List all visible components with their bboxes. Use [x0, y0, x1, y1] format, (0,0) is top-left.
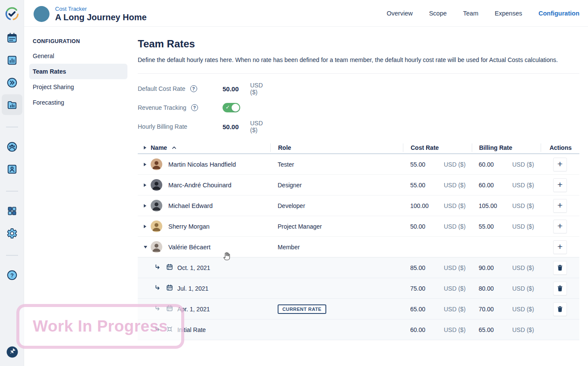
app-name: Cost Tracker [55, 6, 147, 12]
billing-rate-value[interactable]: 80.00 [479, 285, 512, 292]
default-cost-rate-field: Default Cost Rate ? 50.00 USD ($) [138, 83, 197, 95]
app-logo-icon[interactable] [0, 6, 24, 22]
expand-row-icon[interactable] [144, 204, 146, 208]
apps-grid-icon[interactable] [0, 205, 24, 217]
revenue-tracking-toggle[interactable]: ✓ [223, 103, 240, 112]
team-member-row: Valérie Bécaert Member + [138, 237, 579, 257]
rail-divider [6, 255, 18, 256]
delete-rate-button[interactable] [553, 282, 567, 295]
sidebar-item-project-sharing[interactable]: Project Sharing [29, 79, 127, 95]
billing-rate-value[interactable]: 70.00 [479, 306, 512, 313]
pin-button[interactable] [6, 346, 18, 360]
tab-expenses[interactable]: Expenses [495, 10, 522, 17]
cost-rate-value[interactable]: 55.00 [410, 161, 444, 168]
team-member-row: Sherry Morgan Project Manager 50.00USD (… [138, 216, 579, 237]
sub-arrow-icon [154, 305, 161, 313]
sub-arrow-icon [154, 284, 161, 292]
sidebar-item-team-rates[interactable]: Team Rates [29, 64, 127, 79]
member-name: Michael Edward [168, 202, 213, 209]
project-title: A Long Journey Home [55, 12, 147, 22]
expand-row-icon[interactable] [144, 183, 146, 187]
delete-rate-button[interactable] [553, 261, 567, 275]
expand-all-icon[interactable] [144, 146, 146, 149]
billing-rate-value[interactable]: 105.00 [479, 202, 512, 209]
member-name: Valérie Bécaert [168, 244, 210, 251]
tab-scope[interactable]: Scope [429, 10, 447, 17]
default-cost-rate-value[interactable]: 50.00 [223, 85, 239, 93]
column-header-role: Role [270, 143, 403, 152]
calendar-icon [166, 264, 173, 272]
member-name: Sherry Morgan [168, 223, 210, 230]
tab-overview[interactable]: Overview [387, 10, 412, 17]
member-role: Project Manager [270, 223, 403, 230]
main-content: Team Rates Define the default hourly rat… [138, 27, 579, 366]
avatar [151, 241, 162, 253]
cost-rate-value[interactable]: 75.00 [410, 285, 444, 292]
cost-rate-value[interactable]: 50.00 [410, 223, 444, 230]
cost-rate-value[interactable]: 60.00 [410, 326, 444, 333]
add-rate-button[interactable]: + [553, 199, 567, 213]
cost-rate-value[interactable]: 55.00 [410, 182, 444, 189]
team-member-row: Marc-André Chouinard Designer 55.00USD (… [138, 175, 579, 195]
currency-label: USD ($) [512, 264, 534, 271]
delete-rate-button[interactable] [553, 302, 567, 316]
team-member-row: Martin Nicolas Handfield Tester 55.00USD… [138, 154, 579, 175]
rate-date: Oct. 1, 2021 [177, 264, 210, 271]
calendar-icon [166, 305, 173, 313]
rate-history-row: Jul. 1, 2021 75.00USD ($) 80.00USD ($) [138, 278, 579, 299]
currency-label: USD ($) [250, 82, 263, 96]
member-name: Marc-André Chouinard [168, 182, 232, 189]
currency-label: USD ($) [512, 161, 534, 168]
currency-label: USD ($) [512, 306, 534, 313]
calendar-icon[interactable] [0, 32, 24, 43]
page-title: Team Rates [138, 38, 195, 50]
hourly-billing-rate-field: Hourly Billing Rate 50.00 USD ($) [138, 121, 187, 133]
rail-divider [6, 191, 18, 192]
member-role: Member [270, 244, 403, 251]
collapse-row-icon[interactable] [144, 246, 147, 248]
tab-team[interactable]: Team [463, 10, 478, 17]
profile-card-icon[interactable] [0, 164, 24, 175]
billing-rate-value[interactable]: 65.00 [479, 326, 512, 333]
rate-history-row: Oct. 1, 2021 85.00USD ($) 90.00USD ($) [138, 257, 579, 278]
add-rate-button[interactable]: + [553, 220, 567, 233]
sort-asc-icon[interactable] [172, 146, 176, 149]
double-chevron-icon[interactable] [0, 77, 24, 88]
check-icon: ✓ [226, 104, 230, 110]
expand-row-icon[interactable] [144, 163, 146, 166]
sidebar-item-forecasting[interactable]: Forecasting [29, 95, 127, 110]
team-circle-icon[interactable] [0, 141, 24, 152]
hourly-billing-rate-value[interactable]: 50.00 [223, 123, 239, 130]
avatar [151, 158, 162, 170]
rate-history-row: Apr. 1, 2021 CURRENT RATE 65.00USD ($) 7… [138, 299, 579, 319]
add-rate-button[interactable]: + [553, 240, 567, 254]
column-header-name[interactable]: Name [151, 144, 167, 151]
currency-label: USD ($) [512, 285, 534, 292]
help-icon[interactable]: ? [190, 85, 197, 92]
cost-rate-value[interactable]: 65.00 [410, 306, 444, 313]
divider [138, 73, 579, 74]
settings-gear-icon[interactable] [0, 228, 24, 239]
currency-label: USD ($) [512, 202, 534, 209]
billing-rate-value[interactable]: 55.00 [479, 223, 512, 230]
add-rate-button[interactable]: + [553, 178, 567, 192]
chart-panel-icon[interactable] [0, 55, 24, 66]
expand-row-icon[interactable] [144, 225, 146, 228]
reports-folder-icon[interactable] [0, 99, 24, 111]
currency-label: USD ($) [444, 161, 466, 168]
revenue-tracking-field: Revenue Tracking ? ✓ [138, 102, 198, 114]
cost-rate-value[interactable]: 100.00 [410, 202, 444, 209]
help-icon[interactable]: ? [0, 270, 24, 281]
cost-rate-value[interactable]: 85.00 [410, 264, 444, 271]
currency-label: USD ($) [444, 326, 466, 333]
help-icon[interactable]: ? [191, 104, 198, 111]
add-rate-button[interactable]: + [553, 158, 567, 171]
rate-date: Initial Rate [177, 326, 206, 333]
field-label: Default Cost Rate [138, 85, 186, 92]
billing-rate-value[interactable]: 60.00 [479, 161, 512, 168]
sidebar-item-general[interactable]: General [29, 48, 127, 64]
tab-configuration[interactable]: Configuration [538, 10, 579, 17]
billing-rate-value[interactable]: 90.00 [479, 264, 512, 271]
billing-rate-value[interactable]: 60.00 [479, 182, 512, 189]
app-icon-rail: ? [0, 0, 24, 366]
